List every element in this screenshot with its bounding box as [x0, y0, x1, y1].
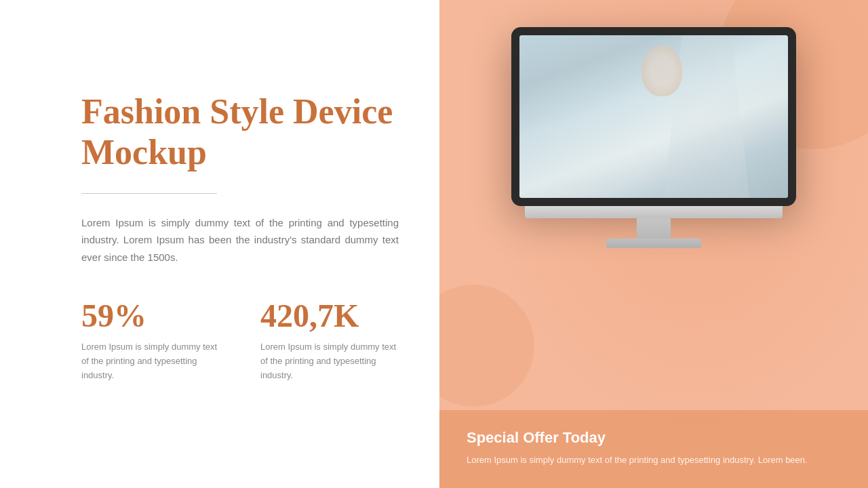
special-offer-description: Lorem Ipsum is simply dummy text of the … — [467, 453, 841, 468]
monitor-body — [511, 27, 796, 206]
title-divider — [81, 193, 217, 194]
stats-row: 59% Lorem Ipsum is simply dummy text of … — [81, 300, 399, 382]
screen-content — [519, 35, 788, 198]
stat-block-2: 420,7K Lorem Ipsum is simply dummy text … — [260, 300, 399, 382]
special-offer-title: Special Offer Today — [467, 429, 841, 447]
stat-number-1: 59% — [81, 300, 220, 332]
monitor-mockup — [511, 27, 796, 248]
monitor-stand-base — [606, 239, 701, 248]
right-panel: Special Offer Today Lorem Ipsum is simpl… — [439, 0, 868, 488]
stat-desc-2: Lorem Ipsum is simply dummy text of the … — [260, 340, 399, 382]
left-panel: Fashion Style Device Mockup Lorem Ipsum … — [0, 0, 439, 488]
bottom-info-section: Special Offer Today Lorem Ipsum is simpl… — [439, 410, 868, 488]
monitor-screen — [519, 35, 788, 198]
stat-desc-1: Lorem Ipsum is simply dummy text of the … — [81, 340, 220, 382]
main-description: Lorem Ipsum is simply dummy text of the … — [81, 214, 399, 266]
monitor-chin — [525, 206, 783, 218]
monitor-stand-neck — [637, 218, 671, 239]
stat-number-2: 420,7K — [260, 300, 399, 332]
stat-block-1: 59% Lorem Ipsum is simply dummy text of … — [81, 300, 220, 382]
deco-circle-2 — [439, 285, 534, 407]
screen-overlay — [519, 35, 788, 198]
main-title: Fashion Style Device Mockup — [81, 92, 399, 173]
